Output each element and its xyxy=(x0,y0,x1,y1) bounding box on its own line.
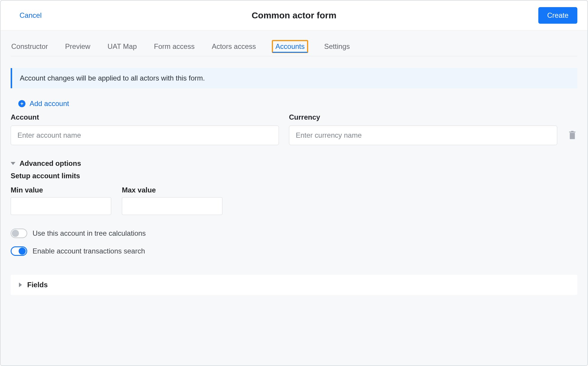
transactions-search-toggle[interactable] xyxy=(11,246,27,256)
min-value-input[interactable] xyxy=(11,197,111,215)
add-account-button[interactable]: + Add account xyxy=(11,99,69,108)
advanced-options-toggle[interactable]: Advanced options xyxy=(11,159,577,168)
tab-form-access[interactable]: Form access xyxy=(154,39,195,56)
tab-bar: Constructor Preview UAT Map Form access … xyxy=(11,30,577,56)
account-name-input[interactable] xyxy=(11,126,279,145)
caret-down-icon xyxy=(11,162,15,165)
cancel-button[interactable]: Cancel xyxy=(20,11,42,20)
svg-rect-0 xyxy=(570,133,575,139)
max-value-input[interactable] xyxy=(122,197,222,215)
dialog-content: Constructor Preview UAT Map Form access … xyxy=(1,30,587,366)
svg-rect-2 xyxy=(571,131,574,132)
tab-accounts[interactable]: Accounts xyxy=(272,41,308,52)
tab-preview[interactable]: Preview xyxy=(64,39,91,56)
fields-section-label: Fields xyxy=(27,281,48,289)
currency-name-input[interactable] xyxy=(289,126,557,145)
fields-section-toggle[interactable]: Fields xyxy=(11,275,577,295)
account-limits-heading: Setup account limits xyxy=(11,172,577,180)
dialog-title: Common actor form xyxy=(252,10,337,20)
plus-circle-icon: + xyxy=(18,100,25,107)
info-banner: Account changes will be applied to all a… xyxy=(11,68,577,88)
tab-constructor[interactable]: Constructor xyxy=(11,39,49,56)
tab-actors-access[interactable]: Actors access xyxy=(211,39,256,56)
tree-calculations-label: Use this account in tree calculations xyxy=(33,229,146,237)
delete-account-button[interactable] xyxy=(567,131,577,140)
trash-icon xyxy=(568,131,576,140)
tree-calculations-toggle[interactable] xyxy=(11,229,27,238)
tab-settings[interactable]: Settings xyxy=(324,39,350,56)
account-label: Account xyxy=(11,113,279,121)
dialog-header: Cancel Common actor form Create xyxy=(1,1,587,30)
max-value-label: Max value xyxy=(122,186,222,194)
transactions-search-label: Enable account transactions search xyxy=(33,247,145,255)
advanced-options-label: Advanced options xyxy=(20,159,81,168)
toggle-knob xyxy=(12,230,19,237)
tab-uat-map[interactable]: UAT Map xyxy=(107,39,137,56)
currency-label: Currency xyxy=(289,113,557,121)
create-button[interactable]: Create xyxy=(538,7,577,24)
add-account-label: Add account xyxy=(30,99,69,108)
toggle-knob xyxy=(19,248,26,255)
caret-right-icon xyxy=(19,282,22,287)
min-value-label: Min value xyxy=(11,186,111,194)
